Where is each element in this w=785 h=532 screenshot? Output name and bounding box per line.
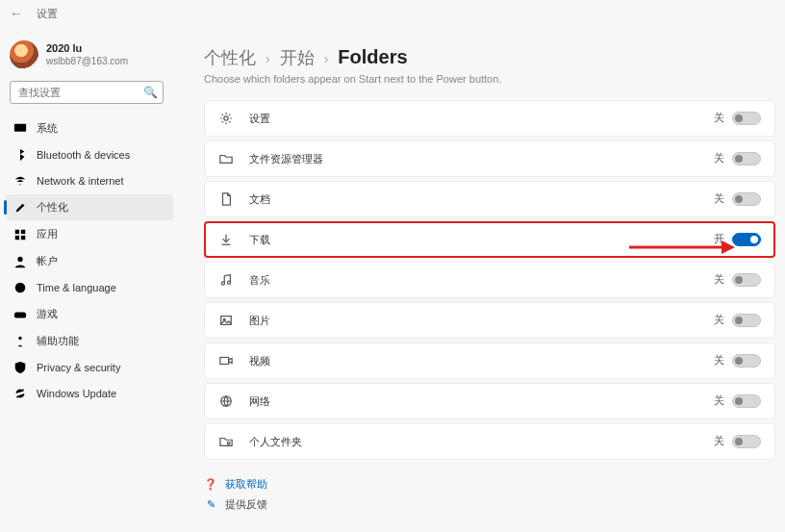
svg-point-7	[17, 256, 22, 261]
breadcrumb-current: Folders	[338, 46, 407, 68]
sidebar-item-accounts[interactable]: 帐户	[6, 248, 173, 274]
back-button[interactable]: ←	[10, 6, 23, 21]
folder-row-videos: 视频关	[204, 342, 775, 379]
chevron-right-icon: ›	[266, 51, 270, 66]
toggle-documents[interactable]	[732, 192, 761, 206]
chevron-right-icon: ›	[324, 51, 329, 66]
breadcrumb-personalization[interactable]: 个性化	[204, 46, 256, 69]
toggle-pictures[interactable]	[732, 314, 761, 327]
folder-row-pictures: 图片关	[204, 302, 775, 339]
toggle-personalf[interactable]	[732, 435, 761, 448]
sidebar-item-label: Bluetooth & devices	[37, 149, 130, 161]
get-help-label: 获取帮助	[225, 477, 267, 492]
feedback-label: 提供反馈	[225, 497, 267, 512]
sidebar-item-gaming[interactable]: 游戏	[6, 301, 173, 327]
sidebar-item-personal[interactable]: 个性化	[6, 194, 173, 220]
svg-rect-3	[15, 229, 19, 233]
folder-row-label: 文件资源管理器	[249, 152, 714, 166]
profile-email: wslbb87@163.com	[46, 56, 128, 67]
update-icon	[13, 387, 27, 400]
sidebar-item-label: Windows Update	[37, 388, 116, 399]
svg-rect-6	[21, 235, 25, 239]
feedback-link[interactable]: ✎ 提供反馈	[204, 497, 775, 512]
sidebar-item-access[interactable]: 辅助功能	[6, 328, 173, 354]
monitor-icon	[13, 122, 27, 136]
svg-point-14	[227, 281, 230, 284]
clock-icon	[13, 281, 27, 294]
feedback-icon: ✎	[204, 498, 217, 511]
svg-point-10	[18, 336, 22, 340]
sidebar-item-apps[interactable]: 应用	[6, 221, 173, 247]
sidebar-item-label: 个性化	[37, 200, 68, 215]
wifi-icon	[13, 174, 27, 188]
svg-rect-17	[220, 358, 229, 365]
help-icon: ❓	[204, 478, 217, 491]
folder-row-label: 网络	[249, 394, 714, 409]
folder-row-downloads: 下载开	[204, 221, 775, 258]
titlebar-title: 设置	[37, 7, 58, 21]
folder-row-label: 音乐	[249, 273, 714, 288]
doc-icon	[218, 191, 234, 207]
toggle-state-label: 关	[714, 273, 724, 287]
nav-list: 系统Bluetooth & devicesNetwork & internet个…	[6, 115, 173, 406]
sidebar-item-label: 系统	[37, 121, 58, 136]
sidebar-item-time[interactable]: Time & language	[6, 275, 173, 300]
folder-row-documents: 文档关	[204, 181, 775, 217]
folder-row-network: 网络关	[204, 383, 775, 419]
svg-point-13	[221, 282, 224, 285]
breadcrumb: 个性化 › 开始 › Folders	[204, 46, 775, 69]
bt-icon	[13, 148, 27, 162]
sidebar-item-update[interactable]: Windows Update	[6, 381, 173, 406]
toggle-network[interactable]	[732, 394, 761, 408]
toggle-state-label: 关	[714, 394, 724, 408]
svg-rect-15	[221, 317, 232, 325]
folder-row-explorer: 文件资源管理器关	[204, 140, 775, 177]
sidebar-item-network[interactable]: Network & internet	[6, 168, 173, 193]
pfolder-icon	[218, 434, 234, 449]
profile-block[interactable]: 2020 lu wslbb87@163.com	[6, 37, 173, 81]
gear-icon	[218, 111, 234, 126]
profile-name: 2020 lu	[46, 42, 128, 55]
svg-rect-5	[15, 235, 19, 239]
toggle-state-label: 关	[714, 112, 724, 125]
toggle-state-label: 关	[714, 354, 724, 367]
sidebar-item-label: Time & language	[37, 282, 116, 293]
search-input[interactable]	[10, 81, 164, 104]
search-box[interactable]: 🔍	[10, 81, 164, 104]
sidebar-item-system[interactable]: 系统	[6, 115, 173, 141]
svg-point-2	[19, 184, 21, 186]
sidebar-item-label: 游戏	[37, 307, 58, 321]
folder-row-label: 设置	[249, 112, 714, 126]
toggle-settings[interactable]	[732, 112, 761, 125]
svg-rect-4	[21, 229, 25, 233]
sidebar-item-label: Privacy & security	[37, 362, 120, 373]
get-help-link[interactable]: ❓ 获取帮助	[204, 477, 775, 492]
breadcrumb-start[interactable]: 开始	[280, 46, 315, 69]
toggle-state-label: 关	[714, 435, 724, 448]
folder-row-personalf: 个人文件夹关	[204, 423, 775, 460]
folder-row-label: 个人文件夹	[249, 435, 714, 449]
folder-toggle-list: 设置关文件资源管理器关文档关下载开音乐关图片关视频关网络关个人文件夹关	[204, 100, 775, 460]
svg-rect-0	[14, 123, 26, 131]
svg-point-11	[224, 116, 228, 120]
sidebar-item-bluetooth[interactable]: Bluetooth & devices	[6, 142, 173, 167]
toggle-state-label: 关	[714, 314, 724, 327]
shield-icon	[13, 361, 27, 374]
avatar	[10, 40, 38, 69]
sidebar-item-label: 辅助功能	[37, 334, 79, 348]
folder-icon	[218, 151, 234, 166]
svg-rect-9	[14, 312, 26, 317]
toggle-videos[interactable]	[732, 354, 761, 367]
folder-row-label: 文档	[249, 192, 714, 207]
toggle-explorer[interactable]	[732, 152, 761, 165]
folder-row-label: 下载	[249, 233, 714, 247]
toggle-music[interactable]	[732, 273, 761, 287]
download-icon	[218, 232, 234, 247]
toggle-downloads[interactable]	[732, 233, 761, 246]
folder-row-settings: 设置关	[204, 100, 775, 137]
sidebar-item-privacy[interactable]: Privacy & security	[6, 355, 173, 380]
folder-row-label: 视频	[249, 354, 714, 368]
folder-row-music: 音乐关	[204, 262, 775, 298]
main-content: 个性化 › 开始 › Folders Choose which folders …	[173, 27, 785, 532]
sidebar-item-label: 应用	[37, 227, 58, 241]
